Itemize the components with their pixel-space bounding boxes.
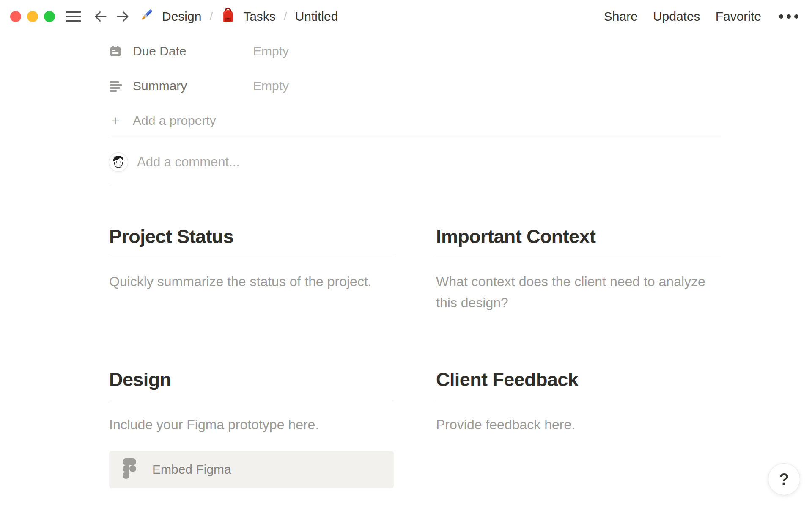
user-avatar — [109, 153, 128, 171]
topbar-actions: Share Updates Favorite — [604, 9, 799, 24]
table-row: Due Date Empty — [109, 34, 721, 69]
topbar: Design / Tasks / Untitled Share Updates … — [0, 0, 812, 33]
breadcrumb-label: Untitled — [295, 9, 338, 24]
figma-logo-icon — [123, 458, 136, 480]
forward-arrow-icon[interactable] — [114, 8, 131, 25]
minimize-window-button[interactable] — [27, 11, 38, 22]
updates-button[interactable]: Updates — [653, 9, 700, 24]
section-project-status: Project Status Quickly summarize the sta… — [109, 225, 394, 313]
section-body[interactable]: Provide feedback here. — [436, 414, 721, 436]
divider — [436, 257, 721, 257]
embed-figma-label: Embed Figma — [152, 462, 231, 477]
divider — [109, 186, 721, 186]
comment-placeholder: Add a comment... — [137, 155, 240, 170]
help-label: ? — [779, 470, 789, 489]
paintbrush-icon — [139, 8, 154, 26]
favorite-button[interactable]: Favorite — [716, 9, 761, 24]
section-body[interactable]: What context does the client need to ana… — [436, 271, 721, 313]
breadcrumb-separator: / — [284, 10, 287, 23]
breadcrumb-item-untitled[interactable]: Untitled — [295, 9, 338, 24]
section-title[interactable]: Design — [109, 368, 394, 391]
divider — [109, 400, 394, 400]
window-controls — [10, 11, 55, 22]
sidebar-menu-icon[interactable] — [65, 10, 81, 23]
breadcrumb: Design / Tasks / Untitled — [139, 8, 338, 26]
property-summary[interactable]: Summary — [109, 79, 253, 93]
breadcrumb-label: Tasks — [243, 9, 276, 24]
section-title[interactable]: Important Context — [436, 225, 721, 248]
share-button[interactable]: Share — [604, 9, 638, 24]
back-arrow-icon[interactable] — [92, 8, 109, 25]
property-value-summary[interactable]: Empty — [253, 79, 289, 93]
add-property-label: Add a property — [133, 113, 216, 128]
page-content: Due Date Empty Summary Empty + — [109, 33, 721, 488]
section-grid: Project Status Quickly summarize the sta… — [109, 225, 721, 488]
divider — [436, 400, 721, 400]
property-label: Summary — [133, 79, 187, 93]
section-client-feedback: Client Feedback Provide feedback here. — [436, 368, 721, 488]
property-list: Due Date Empty Summary Empty + — [109, 33, 721, 138]
section-design: Design Include your Figma prototype here… — [109, 368, 394, 488]
text-lines-icon — [109, 80, 122, 92]
breadcrumb-separator: / — [209, 10, 213, 23]
plus-icon: + — [109, 113, 122, 129]
property-label: Due Date — [133, 44, 187, 58]
divider — [109, 257, 394, 257]
ellipsis-menu-button[interactable] — [778, 10, 799, 23]
table-row: Summary Empty — [109, 69, 721, 103]
calendar-icon — [109, 45, 122, 58]
breadcrumb-label: Design — [162, 9, 201, 24]
breadcrumb-item-tasks[interactable]: Tasks — [221, 8, 276, 26]
add-property-button[interactable]: + Add a property — [109, 103, 721, 138]
section-title[interactable]: Project Status — [109, 225, 394, 248]
property-due-date[interactable]: Due Date — [109, 44, 253, 58]
close-window-button[interactable] — [10, 11, 21, 22]
section-body[interactable]: Include your Figma prototype here. — [109, 414, 394, 436]
section-body[interactable]: Quickly summarize the status of the proj… — [109, 271, 394, 293]
zoom-window-button[interactable] — [44, 11, 55, 22]
property-value-due-date[interactable]: Empty — [253, 44, 289, 58]
embed-figma-button[interactable]: Embed Figma — [109, 451, 394, 488]
section-title[interactable]: Client Feedback — [436, 368, 721, 391]
add-comment-input[interactable]: Add a comment... — [109, 138, 721, 186]
help-button[interactable]: ? — [768, 463, 800, 495]
breadcrumb-item-design[interactable]: Design — [139, 8, 201, 26]
backpack-icon — [221, 8, 235, 26]
section-important-context: Important Context What context does the … — [436, 225, 721, 313]
